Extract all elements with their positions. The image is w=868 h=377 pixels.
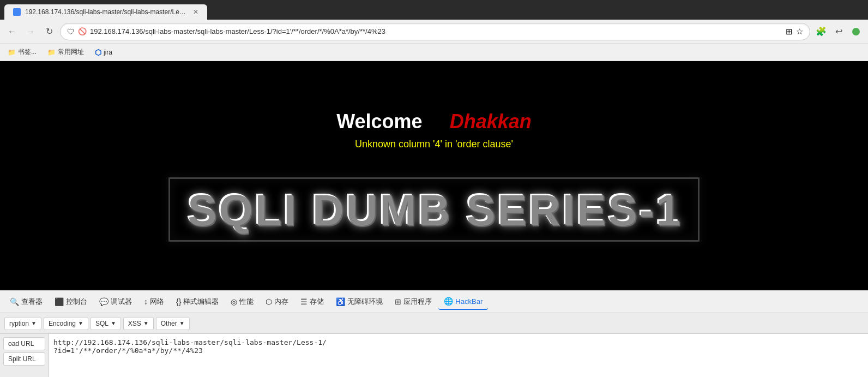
memory-icon: ⬡ — [266, 297, 272, 306]
hackbar-url-area: oad URL Split URL http://192.168.174.136… — [0, 334, 868, 377]
hackbar-toolbar: ryption ▼ Encoding ▼ SQL ▼ XSS ▼ Other ▼ — [0, 313, 868, 334]
bookmark-item-shujian[interactable]: 📁 书签... — [4, 46, 40, 58]
reload-button[interactable]: ↻ — [41, 24, 57, 39]
hackbar-dropdown-encoding[interactable]: Encoding ▼ — [44, 317, 88, 330]
devtool-style-editor-label: 样式编辑器 — [183, 297, 219, 307]
devtool-style-editor[interactable]: {} 样式编辑器 — [171, 294, 224, 310]
devtool-inspector-label: 查看器 — [21, 297, 43, 307]
tab-title: 192.168.174.136/sqli-labs-master/sqli-la… — [25, 8, 189, 16]
split-url-label: Split URL — [8, 355, 36, 363]
bookmark-item-jira[interactable]: ⬡ jira — [92, 47, 116, 58]
back-button[interactable]: ← — [4, 24, 20, 39]
hackbar-url-input[interactable]: http://192.168.174.136/sqli-labs-master/… — [49, 334, 868, 377]
devtool-hackbar[interactable]: 🌐 HackBar — [438, 294, 488, 310]
inspector-icon: 🔍 — [10, 297, 19, 306]
devtool-storage-label: 存储 — [310, 297, 324, 307]
devtools-bar: 🔍 查看器 ⬛ 控制台 💬 调试器 ↕ 网络 {} 样式编辑器 ◎ 性能 ⬡ 内… — [0, 290, 868, 313]
security-shield-icon: 🛡 — [67, 27, 75, 36]
accessibility-icon: ♿ — [336, 297, 345, 306]
navigation-bar: ← → ↻ 🛡 🚫 192.168.174.136/sqli-labs-mast… — [0, 20, 868, 44]
encryption-label: ryption — [9, 320, 29, 327]
bookmark-folder-icon: 📁 — [47, 49, 56, 56]
tab-close-button[interactable]: ✕ — [193, 8, 198, 16]
address-bar[interactable]: 🛡 🚫 192.168.174.136/sqli-labs-master/sql… — [60, 23, 810, 40]
devtool-memory[interactable]: ⬡ 内存 — [260, 294, 294, 310]
profile-icon[interactable] — [848, 24, 864, 39]
devtool-inspector[interactable]: 🔍 查看器 — [4, 294, 48, 310]
security-block-icon: 🚫 — [78, 27, 87, 35]
encryption-dropdown-arrow: ▼ — [31, 320, 37, 326]
bookmark-item-changyong[interactable]: 📁 常用网址 — [44, 46, 87, 58]
bookmark-label: 书签... — [18, 47, 37, 57]
devtool-storage[interactable]: ☰ 存储 — [295, 294, 329, 310]
devtool-network[interactable]: ↕ 网络 — [138, 294, 170, 310]
devtool-network-label: 网络 — [150, 297, 164, 307]
profile-dot — [852, 28, 860, 35]
star-icon[interactable]: ☆ — [796, 27, 803, 37]
xss-dropdown-arrow: ▼ — [143, 320, 149, 326]
application-icon: ⊞ — [395, 297, 401, 306]
network-icon: ↕ — [144, 297, 148, 306]
tab-favicon — [13, 8, 21, 16]
welcome-label: Welcome — [336, 110, 422, 133]
devtool-accessibility-label: 无障碍环境 — [347, 297, 383, 307]
jira-icon: ⬡ — [95, 48, 101, 57]
load-url-label: oad URL — [8, 340, 34, 348]
hackbar-panel: ryption ▼ Encoding ▼ SQL ▼ XSS ▼ Other ▼… — [0, 313, 868, 377]
devtool-debugger-label: 调试器 — [111, 297, 132, 307]
devtool-performance-label: 性能 — [239, 297, 254, 307]
browser-chrome: 192.168.174.136/sqli-labs-master/sqli-la… — [0, 0, 868, 61]
devtool-memory-label: 内存 — [274, 297, 288, 307]
bookmarks-bar: 📁 书签... 📁 常用网址 ⬡ jira — [0, 44, 868, 61]
user-name: Dhakkan — [450, 110, 532, 133]
hackbar-side-buttons: oad URL Split URL — [0, 334, 49, 377]
extensions-icon[interactable]: 🧩 — [813, 24, 829, 39]
bookmark-icon: 📁 — [8, 49, 16, 56]
hackbar-dropdown-sql[interactable]: SQL ▼ — [91, 317, 121, 330]
back-arrow-icon[interactable]: ↩ — [831, 24, 846, 39]
devtool-accessibility[interactable]: ♿ 无障碍环境 — [330, 294, 388, 310]
tab-bar: 192.168.174.136/sqli-labs-master/sqli-la… — [0, 0, 868, 20]
xss-label: XSS — [128, 320, 141, 327]
debugger-icon: 💬 — [99, 297, 108, 306]
forward-button[interactable]: → — [23, 24, 38, 39]
encoding-label: Encoding — [49, 320, 76, 327]
error-message: Unknown column '4' in 'order clause' — [336, 139, 532, 150]
address-bar-icons: ⊞ ☆ — [786, 27, 803, 37]
devtool-application-label: 应用程序 — [403, 297, 432, 307]
console-icon: ⬛ — [55, 297, 64, 306]
hackbar-dropdown-encryption[interactable]: ryption ▼ — [4, 317, 41, 330]
devtool-hackbar-label: HackBar — [455, 297, 483, 306]
storage-icon: ☰ — [300, 297, 308, 306]
hackbar-icon: 🌐 — [444, 297, 453, 306]
devtool-application[interactable]: ⊞ 应用程序 — [389, 294, 437, 310]
page-content: Welcome Dhakkan Unknown column '4' in 'o… — [0, 61, 868, 290]
active-tab[interactable]: 192.168.174.136/sqli-labs-master/sqli-la… — [4, 4, 207, 20]
other-label: Other — [161, 320, 177, 327]
bookmark-label: 常用网址 — [58, 47, 84, 57]
devtool-performance[interactable]: ◎ 性能 — [225, 294, 259, 310]
hackbar-dropdown-xss[interactable]: XSS ▼ — [123, 317, 154, 330]
nav-right-icons: 🧩 ↩ — [813, 24, 864, 39]
split-url-button[interactable]: Split URL — [3, 352, 45, 366]
encoding-dropdown-arrow: ▼ — [78, 320, 83, 326]
devtool-console[interactable]: ⬛ 控制台 — [49, 294, 93, 310]
devtool-console-label: 控制台 — [66, 297, 87, 307]
sqli-title: SQLI DUMB SERIES-1 — [168, 177, 700, 242]
hackbar-dropdown-other[interactable]: Other ▼ — [156, 317, 190, 330]
sql-dropdown-arrow: ▼ — [111, 320, 116, 326]
devtool-debugger[interactable]: 💬 调试器 — [94, 294, 137, 310]
welcome-message: Welcome Dhakkan — [336, 110, 532, 133]
grid-icon[interactable]: ⊞ — [786, 27, 793, 37]
style-editor-icon: {} — [176, 297, 181, 306]
sql-label: SQL — [95, 320, 108, 327]
url-text[interactable]: 192.168.174.136/sqli-labs-master/sqli-la… — [90, 27, 782, 35]
performance-icon: ◎ — [231, 297, 237, 306]
bookmark-label: jira — [104, 49, 112, 56]
other-dropdown-arrow: ▼ — [179, 320, 185, 326]
load-url-button[interactable]: oad URL — [3, 337, 45, 350]
